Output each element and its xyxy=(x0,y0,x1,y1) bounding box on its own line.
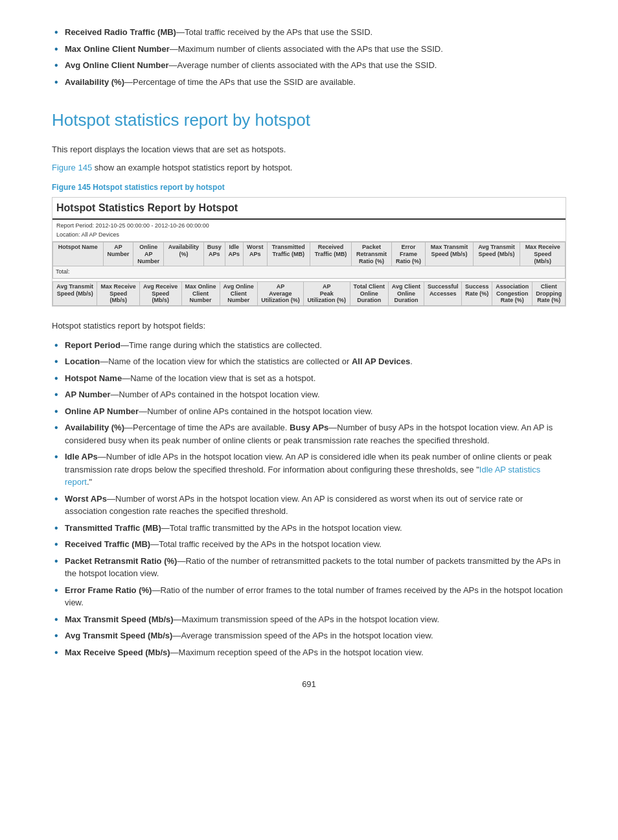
th2-avg-transmit: Avg TransmitSpeed (Mb/s) xyxy=(53,281,97,305)
table1-header-row: Hotspot Name APNumber OnlineAPNumber Ava… xyxy=(53,242,566,266)
table2-header-row: Avg TransmitSpeed (Mb/s) Max ReceiveSpee… xyxy=(53,281,566,305)
field-term: Report Period xyxy=(65,340,120,350)
bullet-text: —Average number of clients associated wi… xyxy=(169,60,437,70)
figure-ref-link[interactable]: Figure 145 xyxy=(52,163,92,172)
intro-text: This report displays the location views … xyxy=(52,143,566,156)
field-text: —Time range during which the statistics … xyxy=(120,340,322,350)
field-term: Max Transmit Speed (Mb/s) xyxy=(65,614,174,624)
bullet-term: Availability (%) xyxy=(65,77,124,87)
bullet-avg-online-client: Avg Online Client Number—Average number … xyxy=(52,59,566,72)
field-bullet-received: Received Traffic (MB)—Total traffic rece… xyxy=(52,538,566,551)
th2-max-online-client: Max OnlineClientNumber xyxy=(181,281,220,305)
th2-client-dropping: ClientDroppingRate (%) xyxy=(532,281,566,305)
field-text: —Total traffic received by the APs in th… xyxy=(150,539,382,549)
bullet-text: —Maximum number of clients associated wi… xyxy=(170,44,443,54)
th2-success-rate: SuccessRate (%) xyxy=(462,281,492,305)
location-value: All AP Devices xyxy=(82,231,119,238)
th-max-receive: Max ReceiveSpeed(Mb/s) xyxy=(520,242,566,266)
th2-total-client: Total ClientOnlineDuration xyxy=(350,281,388,305)
th-busy-aps: BusyAPs xyxy=(203,242,225,266)
field-text: —Name of the location view that is set a… xyxy=(122,373,315,383)
field-text: —Name of the location view for which the… xyxy=(100,356,352,366)
bullet-term: Max Online Client Number xyxy=(65,44,170,54)
field-term: Received Traffic (MB) xyxy=(65,539,150,549)
field-term: Packet Retransmit Ratio (%) xyxy=(65,556,177,566)
field-bold-extra: Busy APs xyxy=(290,423,328,432)
field-bullet-online-ap: Online AP Number—Number of online APs co… xyxy=(52,405,566,418)
report-period-label: Report Period: xyxy=(56,222,94,229)
figure-ref-suffix: show an example hotspot statistics repor… xyxy=(92,163,292,172)
report-title: Hotspot Statistics Report by Hotspot xyxy=(52,198,566,220)
fields-heading: Hotspot statistics report by hotspot fie… xyxy=(52,320,566,332)
total-row: Total: xyxy=(53,266,566,279)
bullet-availability: Availability (%)—Percentage of time the … xyxy=(52,76,566,89)
th-transmitted: TransmittedTraffic (MB) xyxy=(267,242,310,266)
field-term: Avg Transmit Speed (Mb/s) xyxy=(65,631,172,640)
field-bullet-packet-retransmit: Packet Retransmit Ratio (%)—Ratio of the… xyxy=(52,555,566,580)
top-bullet-list: Received Radio Traffic (MB)—Total traffi… xyxy=(52,26,566,88)
field-bullet-error-frame: Error Frame Ratio (%)—Ratio of the numbe… xyxy=(52,584,566,609)
field-bullet-list: Report Period—Time range during which th… xyxy=(52,339,566,659)
field-term: Availability (%) xyxy=(65,423,124,432)
th-online-ap: OnlineAPNumber xyxy=(133,242,164,266)
th-avg-transmit: Avg TransmitSpeed (Mb/s) xyxy=(473,242,520,266)
field-text-after: . xyxy=(410,356,413,366)
field-term: Idle APs xyxy=(65,452,98,461)
report-table-1: Hotspot Name APNumber OnlineAPNumber Ava… xyxy=(52,242,566,279)
field-text: —Maximum transmission speed of the APs i… xyxy=(174,614,439,624)
th-hotspot-name: Hotspot Name xyxy=(53,242,104,266)
th2-max-receive: Max ReceiveSpeed(Mb/s) xyxy=(97,281,140,305)
report-box: Hotspot Statistics Report by Hotspot Rep… xyxy=(52,197,566,307)
th-availability: Availability(%) xyxy=(164,242,204,266)
field-term: AP Number xyxy=(65,390,111,399)
field-text: —Number of APs contained in the hotspot … xyxy=(111,390,320,399)
field-bullet-report-period: Report Period—Time range during which th… xyxy=(52,339,566,352)
location-label: Location: xyxy=(56,231,80,238)
th-packet-retransmit: PacketRetransmitRatio (%) xyxy=(352,242,392,266)
page-number: 691 xyxy=(52,678,566,691)
field-bullet-ap-number: AP Number—Number of APs contained in the… xyxy=(52,388,566,401)
report-period-value: 2012-10-25 00:00:00 - 2012-10-26 00:00:0… xyxy=(96,222,209,229)
section-heading: Hotspot statistics report by hotspot xyxy=(52,108,566,133)
figure-ref-line: Figure 145 show an example hotspot stati… xyxy=(52,161,566,174)
field-text-after: ." xyxy=(87,477,92,487)
th-ap-number: APNumber xyxy=(103,242,133,266)
th-max-transmit: Max TransmitSpeed (Mb/s) xyxy=(426,242,474,266)
bullet-received-radio: Received Radio Traffic (MB)—Total traffi… xyxy=(52,26,566,39)
field-term: Max Receive Speed (Mb/s) xyxy=(65,648,170,657)
bullet-max-online-client: Max Online Client Number—Maximum number … xyxy=(52,43,566,56)
th2-ap-peak-util: APPeakUtilization (%) xyxy=(304,281,350,305)
field-bullet-transmitted: Transmitted Traffic (MB)—Total traffic t… xyxy=(52,522,566,535)
bullet-term: Avg Online Client Number xyxy=(65,60,169,70)
th-worst-aps: WorstAPs xyxy=(243,242,267,266)
field-text: —Maximum reception speed of the APs in t… xyxy=(170,648,424,657)
total-label: Total: xyxy=(53,266,566,279)
bullet-text: —Percentage of time the APs that use the… xyxy=(124,77,356,87)
field-bullet-availability: Availability (%)—Percentage of time the … xyxy=(52,421,566,447)
field-bullet-avg-transmit: Avg Transmit Speed (Mb/s)—Average transm… xyxy=(52,629,566,642)
field-bullet-max-transmit: Max Transmit Speed (Mb/s)—Maximum transm… xyxy=(52,613,566,626)
th2-ap-avg-util: APAverageUtilization (%) xyxy=(257,281,303,305)
field-bullet-max-receive: Max Receive Speed (Mb/s)—Maximum recepti… xyxy=(52,646,566,659)
field-bullet-worst-aps: Worst APs—Number of worst APs in the hot… xyxy=(52,493,566,518)
field-bullet-idle-aps: Idle APs—Number of idle APs in the hotsp… xyxy=(52,450,566,489)
th2-avg-online-client: Avg OnlineClientNumber xyxy=(220,281,257,305)
th2-assoc-congestion: AssociationCongestionRate (%) xyxy=(492,281,532,305)
field-bold-extra: All AP Devices xyxy=(352,356,410,366)
report-table-2: Avg TransmitSpeed (Mb/s) Max ReceiveSpee… xyxy=(52,281,566,306)
field-bullet-location: Location—Name of the location view for w… xyxy=(52,355,566,368)
field-term: Hotspot Name xyxy=(65,373,122,383)
field-text: —Number of online APs contained in the h… xyxy=(139,406,372,416)
field-term: Location xyxy=(65,356,100,366)
field-term: Worst APs xyxy=(65,494,107,504)
field-term: Error Frame Ratio (%) xyxy=(65,585,152,595)
field-text: —Percentage of time the APs are availabl… xyxy=(124,423,290,432)
th-received: ReceivedTraffic (MB) xyxy=(310,242,351,266)
bullet-text: —Total traffic received by the APs that … xyxy=(176,27,372,37)
th-idle-aps: IdleAPs xyxy=(225,242,243,266)
report-meta: Report Period: 2012-10-25 00:00:00 - 201… xyxy=(52,220,566,242)
field-bullet-hotspot-name: Hotspot Name—Name of the location view t… xyxy=(52,372,566,385)
bullet-term: Received Radio Traffic (MB) xyxy=(65,27,176,37)
field-text: —Total traffic transmitted by the APs in… xyxy=(161,523,402,533)
field-term: Transmitted Traffic (MB) xyxy=(65,523,161,533)
